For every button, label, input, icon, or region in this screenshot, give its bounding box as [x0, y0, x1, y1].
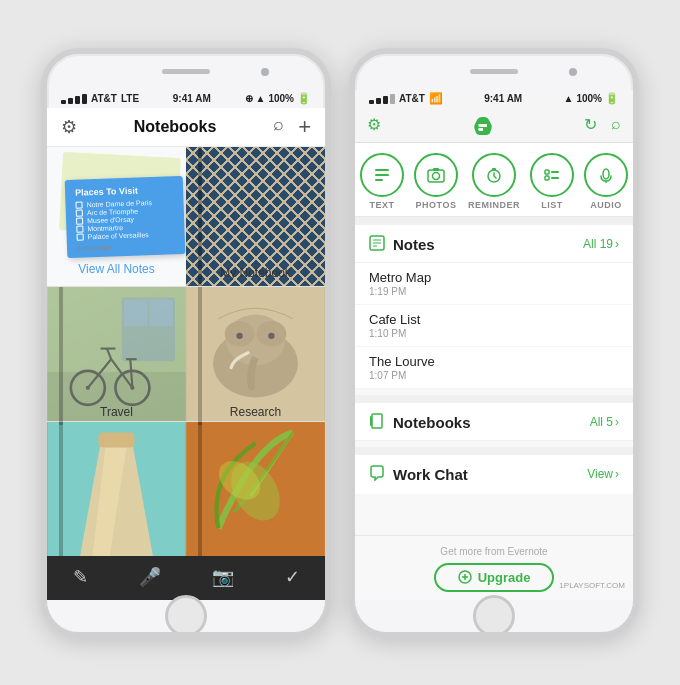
ev-nav-bar: ⚙ ↻ ⌕	[355, 108, 633, 143]
camera-dot-2	[569, 68, 577, 76]
network-label: LTE	[121, 93, 139, 104]
my-notebook-cell[interactable]: My Notebook	[186, 147, 325, 286]
research-notebook-cell[interactable]: Research	[186, 286, 325, 425]
note-time-the-lourve: 1:07 PM	[369, 370, 619, 381]
note-item-cafe-list[interactable]: Cafe List 1:10 PM	[355, 305, 633, 347]
ev-refresh-icon[interactable]: ↻	[584, 115, 597, 134]
mic-icon[interactable]: 🎤	[139, 566, 161, 588]
note-title-metro-map: Metro Map	[369, 270, 619, 285]
svg-rect-37	[545, 176, 549, 180]
svg-rect-35	[492, 168, 496, 171]
upgrade-icon	[458, 570, 472, 584]
ev-reminder-label: REMINDER	[468, 200, 520, 210]
ev-text-circle	[360, 153, 404, 197]
note-item-the-lourve[interactable]: The Lourve 1:07 PM	[355, 347, 633, 389]
ev-carrier-label: AT&T	[399, 93, 425, 104]
svg-rect-30	[375, 179, 383, 181]
item-text: Montmartre	[87, 224, 123, 232]
svg-rect-24	[98, 432, 134, 447]
ev-nav-right-icons: ↻ ⌕	[584, 115, 621, 134]
ev-action-list[interactable]: LIST	[530, 153, 574, 210]
item-text: Palace of Versailles	[87, 231, 148, 240]
svg-point-22	[268, 332, 274, 338]
svg-rect-28	[375, 169, 389, 171]
extra1-notebook-cell[interactable]	[47, 421, 186, 556]
speaker-2	[470, 69, 518, 74]
ev-text-label: TEXT	[369, 200, 394, 210]
camera-dot	[261, 68, 269, 76]
notebook-cover-extra1	[47, 422, 186, 556]
watermark-text: 1PLAYSOFT.COM	[559, 581, 625, 590]
work-chat-view-label: View	[587, 467, 613, 481]
home-button[interactable]	[165, 595, 207, 637]
travel-notebook-cell[interactable]: Travel	[47, 286, 186, 425]
work-chat-row[interactable]: Work Chat View ›	[355, 455, 633, 494]
extra2-notebook-cell[interactable]	[186, 421, 325, 556]
notes-section-header: Notes All 19 ›	[355, 225, 633, 263]
add-icon[interactable]: +	[298, 114, 311, 140]
ev-list-circle	[530, 153, 574, 197]
notebooks-chevron-icon: ›	[615, 415, 619, 429]
ev-home-indicator	[355, 600, 633, 632]
work-chat-title: Work Chat	[393, 466, 468, 483]
nav-bar: ⚙ Notebooks ⌕ +	[47, 108, 325, 147]
page-title: Notebooks	[134, 118, 217, 136]
ev-search-icon[interactable]: ⌕	[611, 115, 621, 134]
ev-status-bar: AT&T 📶 9:41 AM ▲ 100% 🔋	[355, 90, 633, 108]
ev-action-audio[interactable]: AUDIO	[584, 153, 628, 210]
notes-all-link[interactable]: All 19 ›	[583, 237, 619, 251]
svg-rect-39	[551, 177, 559, 179]
evernote-logo-icon	[470, 112, 496, 138]
sticky-card[interactable]: Places To Visit Notre Dame de Paris Arc …	[64, 176, 185, 258]
notebook-label-research: Research	[186, 405, 325, 419]
notebooks-screen: Places To Visit Notre Dame de Paris Arc …	[47, 147, 325, 556]
status-right: ⊕ ▲ 100% 🔋	[245, 92, 311, 105]
content-spacer	[355, 500, 633, 535]
speaker	[162, 69, 210, 74]
note-item-metro-map[interactable]: Metro Map 1:19 PM	[355, 263, 633, 305]
note-title-the-lourve: The Lourve	[369, 354, 619, 369]
view-all-notes-link[interactable]: View All Notes	[78, 262, 154, 276]
settings-icon[interactable]: ⚙	[61, 116, 77, 138]
time-label: 9:41 AM	[173, 93, 211, 104]
ev-action-photos[interactable]: PHOTOS	[414, 153, 458, 210]
svg-rect-29	[375, 174, 389, 176]
notebooks-title-label: Notebooks	[393, 414, 471, 431]
work-chat-view-link[interactable]: View ›	[587, 467, 619, 481]
ev-wifi-signal: 📶	[429, 92, 443, 105]
note-time-metro-map: 1:19 PM	[369, 286, 619, 297]
phone-top-speaker	[47, 54, 325, 90]
status-bar: AT&T LTE 9:41 AM ⊕ ▲ 100% 🔋	[47, 90, 325, 108]
search-icon[interactable]: ⌕	[273, 114, 284, 140]
work-chat-left: Work Chat	[369, 465, 468, 484]
notes-chevron-icon: ›	[615, 237, 619, 251]
status-left: AT&T LTE	[61, 93, 139, 104]
sticky-title: Places To Visit	[74, 184, 172, 197]
upgrade-hint-text: Get more from Evernote	[355, 546, 633, 557]
svg-point-32	[432, 172, 439, 179]
upgrade-button[interactable]: Upgrade	[434, 563, 555, 592]
notebooks-all-link[interactable]: All 5 ›	[590, 415, 619, 429]
note-time-cafe-list: 1:10 PM	[369, 328, 619, 339]
ev-action-text[interactable]: TEXT	[360, 153, 404, 210]
ev-audio-label: AUDIO	[590, 200, 622, 210]
work-chat-section: Work Chat View ›	[355, 455, 633, 494]
ev-action-reminder[interactable]: REMINDER	[468, 153, 520, 210]
ev-battery-label: 100%	[576, 93, 602, 104]
ev-status-right: ▲ 100% 🔋	[564, 92, 619, 105]
ev-battery-icon: 🔋	[605, 92, 619, 105]
svg-rect-47	[370, 416, 372, 426]
notes-section-title: Notes	[369, 235, 435, 254]
notebook-label-travel: Travel	[47, 405, 186, 419]
ev-audio-circle	[584, 153, 628, 197]
camera-icon[interactable]: 📷	[212, 566, 234, 588]
notebooks-section-header: Notebooks All 5 ›	[355, 403, 633, 441]
ev-photos-label: PHOTOS	[416, 200, 457, 210]
phone-notebooks: AT&T LTE 9:41 AM ⊕ ▲ 100% 🔋 ⚙ Notebooks …	[41, 48, 331, 638]
edit-icon[interactable]: ✎	[73, 566, 88, 588]
note-title-cafe-list: Cafe List	[369, 312, 619, 327]
ev-home-button[interactable]	[473, 595, 515, 637]
svg-rect-46	[372, 414, 382, 428]
ev-settings-icon[interactable]: ⚙	[367, 115, 381, 134]
check-icon[interactable]: ✓	[285, 566, 300, 588]
